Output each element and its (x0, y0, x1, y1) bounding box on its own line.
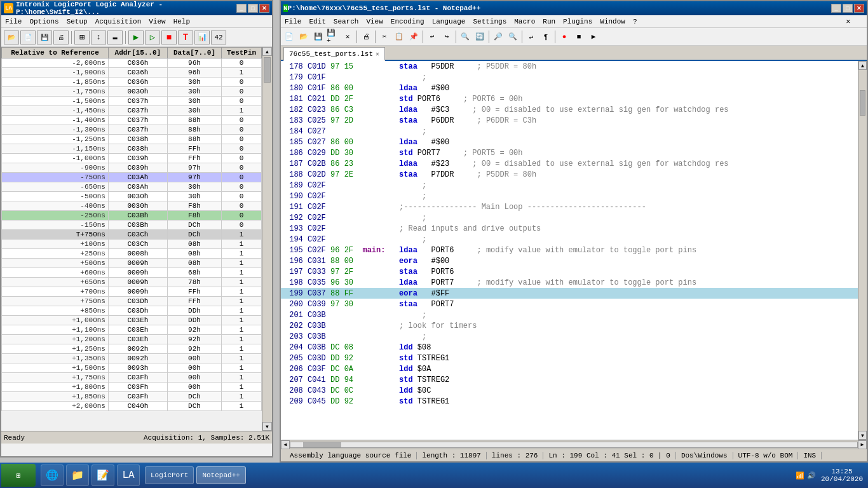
list-item[interactable]: 201 C03B ; (281, 309, 858, 320)
logic-close-button[interactable]: ✕ (259, 4, 269, 13)
menu-help[interactable]: Help (170, 17, 194, 27)
notepad-code-area[interactable]: 178 C01D 97 15 staa P5DDR ; P5DDR = 80h … (281, 61, 858, 440)
tb-print[interactable]: 🖨 (53, 30, 69, 44)
notepad-maximize-button[interactable]: □ (843, 4, 853, 13)
taskbar-ie[interactable]: 🌐 (41, 464, 64, 486)
np-tb-macro-stop[interactable]: ■ (572, 30, 586, 44)
np-tb-redo[interactable]: ↪ (440, 30, 454, 44)
hscroll-left[interactable]: ◀ (281, 440, 290, 449)
list-item[interactable]: 199 C037 88 FF eora #$FF (281, 288, 858, 299)
np-tb-find-replace[interactable]: 🔄 (473, 30, 487, 44)
np-menu-edit[interactable]: Edit (305, 17, 329, 27)
taskbar-logic-btn[interactable]: LogicPort (145, 466, 194, 484)
menu-acquisition[interactable]: Acquisition (92, 17, 146, 27)
list-item[interactable]: 179 C01F ; (281, 72, 858, 83)
scroll-track[interactable] (262, 56, 272, 422)
notepad-active-tab[interactable]: 76c55_test_ports.lst ✕ (283, 47, 385, 61)
list-item[interactable]: 208 C043 DC 0C ldd $0C (281, 385, 858, 396)
np-tb-zoom-out[interactable]: 🔍 (506, 30, 520, 44)
notepad-vscrollbar[interactable]: ▲ ▼ (858, 61, 867, 440)
np-menu-search[interactable]: Search (330, 17, 363, 27)
tab-close-button[interactable]: ✕ (376, 50, 379, 58)
logic-scrollbar[interactable]: ▲ ▼ (262, 47, 272, 431)
scroll-thumb[interactable] (264, 57, 271, 83)
hscroll-thumb[interactable] (303, 442, 341, 447)
list-item[interactable]: 182 C023 86 C3 ldaa #$C3 ; 00 = disabled… (281, 104, 858, 115)
np-tb-print[interactable]: 🖨 (359, 30, 373, 44)
np-menu-file[interactable]: File (281, 17, 305, 27)
list-item[interactable]: 207 C041 DD 94 std TSTREG2 (281, 374, 858, 385)
list-item[interactable]: 205 C03D DD 92 std TSTREG1 (281, 353, 858, 363)
tb-trigger[interactable]: ↕ (91, 30, 106, 44)
list-item[interactable]: 186 C029 DD 30 std PORT7 ; PORT5 = 00h (281, 147, 858, 158)
np-menu-run[interactable]: Run (539, 17, 559, 27)
np-tb-save[interactable]: 💾 (311, 30, 325, 44)
taskbar-logic[interactable]: LA (117, 464, 140, 486)
tb-waveform[interactable]: ▬ (107, 30, 123, 44)
tb-extra[interactable]: 42 (211, 30, 226, 44)
tb-new[interactable]: 📄 (20, 30, 36, 44)
list-item[interactable]: 184 C027 ; (281, 126, 858, 137)
list-item[interactable]: 191 C02F ;---------------- Main Loop ---… (281, 201, 858, 212)
list-item[interactable]: 181 C021 DD 2F std PORT6 ; PORT6 = 00h (281, 93, 858, 104)
taskbar-notepad-btn[interactable]: Notepad++ (196, 466, 245, 484)
list-item[interactable]: 198 C035 96 30 ldaa PORT7 ; modify value… (281, 277, 858, 288)
np-scroll-track-bottom[interactable] (858, 117, 867, 431)
list-item[interactable]: 188 C02D 97 2E staa P7DDR ; P5DDR = 80h (281, 169, 858, 180)
np-scroll-down[interactable]: ▼ (858, 431, 867, 440)
tb-grid[interactable]: ⊞ (74, 30, 90, 44)
np-tb-find[interactable]: 🔍 (458, 30, 472, 44)
list-item[interactable]: 200 C039 97 30 staa PORT7 (281, 299, 858, 309)
list-item[interactable]: 183 C025 97 2D staa P6DDR ; P6DDR = C3h (281, 115, 858, 126)
menu-file[interactable]: File (1, 17, 25, 27)
tb-single[interactable]: ▷ (145, 30, 160, 44)
np-menu-encoding[interactable]: Encoding (387, 17, 428, 27)
list-item[interactable]: 185 C027 86 00 ldaa #$00 (281, 137, 858, 147)
np-menu-plugins[interactable]: Plugins (559, 17, 596, 27)
menu-setup[interactable]: Setup (63, 17, 92, 27)
taskbar-folder[interactable]: 📁 (66, 464, 89, 486)
np-tb-macro-play[interactable]: ▶ (587, 30, 600, 44)
notepad-close-button[interactable]: ✕ (854, 4, 864, 13)
list-item[interactable]: 203 C03B ; (281, 331, 858, 342)
np-tb-cut[interactable]: ✂ (377, 30, 391, 44)
list-item[interactable]: 187 C02B 86 23 ldaa #$23 ; 00 = disabled… (281, 158, 858, 169)
np-menu-macro[interactable]: Macro (510, 17, 539, 27)
tb-run[interactable]: ▶ (128, 30, 144, 44)
tb-record[interactable]: T (178, 30, 193, 44)
np-tb-macro-rec[interactable]: ● (557, 30, 571, 44)
np-menu-window[interactable]: Window (596, 17, 629, 27)
notepad-window-controls[interactable]: _ □ ✕ (831, 4, 864, 13)
list-item[interactable]: 206 C03F DC 0A ldd $0A (281, 363, 858, 374)
np-scroll-track-top[interactable] (858, 70, 867, 89)
logic-window-controls[interactable]: _ □ ✕ (236, 4, 269, 13)
list-item[interactable]: 178 C01D 97 15 staa P5DDR ; P5DDR = 80h (281, 61, 858, 72)
np-tb-copy[interactable]: 📋 (392, 30, 406, 44)
tb-save[interactable]: 💾 (37, 30, 52, 44)
np-menu-help[interactable]: ? (629, 17, 641, 27)
np-menu-language[interactable]: Language (428, 17, 470, 27)
np-tb-zoom-in[interactable]: 🔎 (491, 30, 505, 44)
list-item[interactable]: 197 C033 97 2F staa PORT6 (281, 266, 858, 277)
tb-open[interactable]: 📂 (4, 30, 19, 44)
np-tb-open[interactable]: 📂 (297, 30, 311, 44)
np-tb-close[interactable]: ✕ (341, 30, 355, 44)
np-scroll-thumb[interactable] (860, 90, 865, 116)
list-item[interactable]: 180 C01F 86 00 ldaa #$00 (281, 83, 858, 93)
list-item[interactable]: 202 C03B ; look for timers (281, 320, 858, 331)
np-menu-settings[interactable]: Settings (469, 17, 510, 27)
list-item[interactable]: 192 C02F ; (281, 212, 858, 223)
np-tb-paste[interactable]: 📌 (407, 30, 421, 44)
np-tb-undo[interactable]: ↩ (425, 30, 439, 44)
list-item[interactable]: 194 C02F ; (281, 234, 858, 245)
list-item[interactable]: 195 C02F 96 2F main: ldaa PORT6 ; modify… (281, 245, 858, 255)
list-item[interactable]: 204 C03B DC 08 ldd $08 (281, 342, 858, 353)
menu-view[interactable]: View (145, 17, 169, 27)
list-item[interactable]: 193 C02F ; Read inputs and drive outputs (281, 223, 858, 234)
np-scroll-up[interactable]: ▲ (858, 61, 867, 70)
list-item[interactable]: 189 C02F ; (281, 180, 858, 191)
list-item[interactable]: 196 C031 88 00 eora #$00 (281, 255, 858, 266)
np-close-x[interactable]: ✕ (842, 16, 854, 27)
logic-maximize-button[interactable]: □ (248, 4, 258, 13)
scroll-up-arrow[interactable]: ▲ (262, 47, 272, 56)
